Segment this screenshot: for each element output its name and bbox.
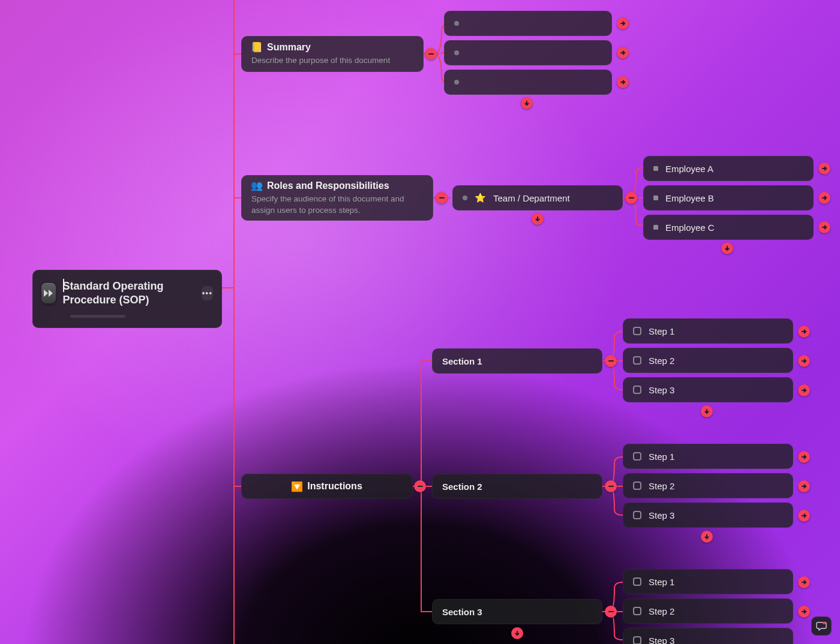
summary-bullet-3[interactable] <box>444 70 612 95</box>
bullet-icon <box>454 50 459 55</box>
step-label: Step 3 <box>649 385 674 395</box>
step-label: Step 1 <box>649 577 674 587</box>
star-icon: ⭐ <box>475 192 486 203</box>
node-section-3-label: Section 3 <box>442 607 482 617</box>
square-icon <box>653 195 658 200</box>
step-label: Step 3 <box>649 636 674 645</box>
node-employee-b[interactable]: Employee B <box>643 185 814 210</box>
node-section-3-step-3[interactable]: Step 3 <box>623 628 793 644</box>
expand-arrow-button[interactable] <box>818 192 830 204</box>
node-section-2-step-1[interactable]: Step 1 <box>623 444 793 469</box>
node-section-1-label: Section 1 <box>442 356 482 366</box>
down-arrow-icon: 🔽 <box>292 481 302 492</box>
expand-arrow-button[interactable] <box>818 162 830 174</box>
add-below-button[interactable] <box>511 627 523 639</box>
node-employee-a[interactable]: Employee A <box>643 156 814 181</box>
node-employee-c-label: Employee C <box>665 222 715 233</box>
checkbox-icon <box>633 327 641 335</box>
node-team-label: Team / Department <box>493 193 570 203</box>
checkbox-icon <box>633 386 641 394</box>
node-section-3-step-2[interactable]: Step 2 <box>623 598 793 624</box>
node-section-1-step-3[interactable]: Step 3 <box>623 377 793 402</box>
collapse-button[interactable] <box>605 480 617 492</box>
bullet-icon <box>463 195 467 200</box>
text-cursor <box>63 279 64 292</box>
node-section-2-step-2[interactable]: Step 2 <box>623 473 793 498</box>
node-section-3[interactable]: Section 3 <box>432 599 602 624</box>
mindmap-canvas[interactable]: { "accent": "#f43f5e", "root": { "title"… <box>0 0 840 644</box>
expand-arrow-button[interactable] <box>818 221 830 233</box>
expand-arrow-button[interactable] <box>798 576 810 588</box>
add-below-button[interactable] <box>701 405 713 417</box>
root-more-button[interactable]: ••• <box>202 286 213 300</box>
add-below-button[interactable] <box>532 213 544 225</box>
collapse-button[interactable] <box>425 48 437 60</box>
expand-arrow-button[interactable] <box>798 480 810 492</box>
square-icon <box>653 225 658 230</box>
checkbox-icon <box>633 511 641 519</box>
step-label: Step 3 <box>649 510 674 520</box>
checkbox-icon <box>633 636 641 644</box>
node-summary[interactable]: 📒Summary Describe the purpose of this do… <box>241 36 424 72</box>
add-below-button[interactable] <box>721 242 733 254</box>
node-employee-b-label: Employee B <box>665 193 714 203</box>
collapse-button[interactable] <box>605 355 617 367</box>
node-section-1-step-1[interactable]: Step 1 <box>623 318 793 344</box>
node-roles-subtitle: Specify the audience of this document an… <box>251 194 423 215</box>
step-label: Step 1 <box>649 326 674 336</box>
bullet-icon <box>454 80 459 85</box>
node-roles-title: Roles and Responsibilities <box>267 180 389 191</box>
node-section-2-label: Section 2 <box>442 482 482 492</box>
node-team[interactable]: ⭐ Team / Department <box>452 185 623 210</box>
node-section-2-step-3[interactable]: Step 3 <box>623 502 793 528</box>
step-label: Step 2 <box>649 606 674 616</box>
expand-arrow-button[interactable] <box>617 76 629 88</box>
notebook-icon: 📒 <box>251 41 262 53</box>
node-instructions-title: Instructions <box>307 481 362 492</box>
expand-arrow-button[interactable] <box>617 17 629 29</box>
square-icon <box>653 166 658 171</box>
root-node[interactable]: Standard Operating Procedure (SOP) ••• <box>32 270 222 328</box>
node-employee-a-label: Employee A <box>665 164 713 174</box>
feedback-button[interactable] <box>811 616 832 636</box>
root-subtitle-placeholder <box>70 315 125 318</box>
expand-arrow-button[interactable] <box>798 326 810 338</box>
step-label: Step 1 <box>649 452 674 462</box>
node-roles[interactable]: 👥Roles and Responsibilities Specify the … <box>241 175 433 221</box>
checkbox-icon <box>633 577 641 586</box>
collapse-button[interactable] <box>625 192 637 204</box>
node-section-1[interactable]: Section 1 <box>432 348 602 374</box>
node-section-2[interactable]: Section 2 <box>432 474 602 499</box>
root-title[interactable]: Standard Operating Procedure (SOP) <box>63 279 194 308</box>
add-below-button[interactable] <box>521 97 533 109</box>
collapse-button[interactable] <box>436 192 448 204</box>
node-instructions[interactable]: 🔽Instructions <box>241 474 413 499</box>
expand-arrow-button[interactable] <box>798 384 810 396</box>
add-below-button[interactable] <box>701 531 713 543</box>
node-section-3-step-1[interactable]: Step 1 <box>623 569 793 594</box>
checkbox-icon <box>633 607 641 615</box>
checkbox-icon <box>633 356 641 365</box>
expand-arrow-button[interactable] <box>798 451 810 463</box>
node-section-1-step-2[interactable]: Step 2 <box>623 348 793 373</box>
fast-forward-icon <box>41 283 56 303</box>
node-employee-c[interactable]: Employee C <box>643 215 814 240</box>
step-label: Step 2 <box>649 481 674 491</box>
step-label: Step 2 <box>649 356 674 366</box>
summary-bullet-1[interactable] <box>444 11 612 36</box>
expand-arrow-button[interactable] <box>798 606 810 618</box>
collapse-button[interactable] <box>414 480 426 492</box>
node-summary-subtitle: Describe the purpose of this document <box>251 55 413 66</box>
node-summary-title: Summary <box>267 42 311 53</box>
expand-arrow-button[interactable] <box>798 355 810 367</box>
checkbox-icon <box>633 482 641 490</box>
expand-arrow-button[interactable] <box>798 510 810 522</box>
checkbox-icon <box>633 452 641 461</box>
people-icon: 👥 <box>251 180 262 191</box>
summary-bullet-2[interactable] <box>444 40 612 65</box>
collapse-button[interactable] <box>605 606 617 618</box>
svg-point-0 <box>823 622 826 625</box>
expand-arrow-button[interactable] <box>617 47 629 59</box>
bullet-icon <box>454 21 459 26</box>
